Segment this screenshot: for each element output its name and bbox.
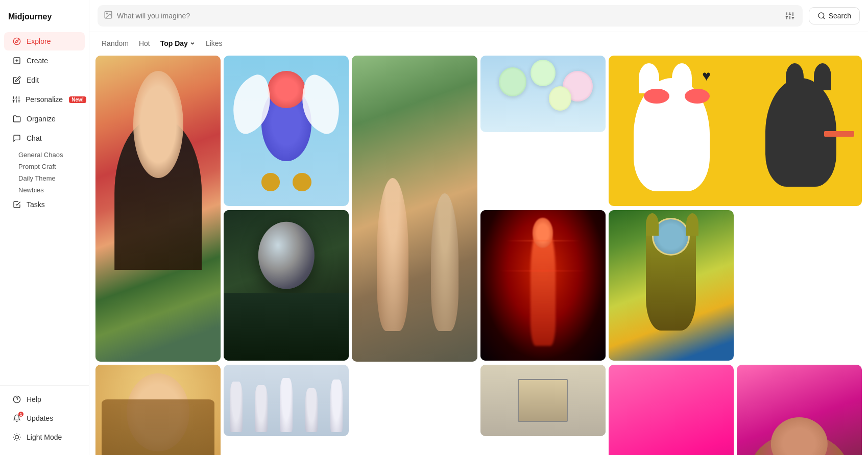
svg-line-19: [14, 435, 15, 435]
svg-point-16: [15, 436, 19, 439]
edit-icon: [12, 75, 21, 85]
gallery-item-market-dolls[interactable]: [352, 56, 477, 362]
sidebar: Midjourney Explore Create Edit Personali…: [0, 0, 89, 455]
image-icon: [104, 10, 113, 21]
sidebar-item-create[interactable]: Create: [4, 52, 85, 70]
sidebar-item-organize-label: Organize: [27, 115, 56, 123]
sidebar-chat-newbies[interactable]: Newbies: [0, 183, 89, 195]
main-content: Search Random Hot Top Day Likes: [89, 0, 868, 455]
gallery-item-statues[interactable]: [224, 365, 349, 436]
sidebar-item-updates[interactable]: 1 Updates: [4, 409, 85, 427]
gallery-item-man-portrait[interactable]: [737, 365, 862, 455]
sidebar-item-help-label: Help: [27, 395, 41, 403]
sidebar-chat-general-chaos[interactable]: General Chaos: [0, 148, 89, 160]
filter-tabs: Random Hot Top Day Likes: [89, 32, 868, 54]
svg-point-0: [13, 38, 20, 44]
filter-button[interactable]: [783, 9, 797, 22]
sliders-icon: [12, 95, 20, 104]
search-button-label: Search: [829, 12, 851, 20]
tab-hot[interactable]: Hot: [135, 37, 154, 49]
svg-point-26: [106, 13, 107, 14]
tab-random[interactable]: Random: [98, 37, 133, 49]
sidebar-item-tasks-label: Tasks: [27, 200, 45, 209]
gallery-item-forest-sphere[interactable]: [224, 210, 349, 361]
tab-top-day-label: Top Day: [160, 39, 188, 47]
prompt-search-bar[interactable]: [98, 5, 803, 27]
sidebar-item-create-label: Create: [27, 57, 48, 65]
gallery-item-pink-bg[interactable]: [609, 365, 734, 455]
sidebar-chat-prompt-craft[interactable]: Prompt Craft: [0, 160, 89, 171]
sidebar-item-explore-label: Explore: [27, 37, 51, 45]
chevron-down-icon: [189, 40, 196, 46]
topbar: Search: [89, 0, 868, 32]
sidebar-item-chat[interactable]: Chat: [4, 129, 85, 147]
gallery-item-red-figure[interactable]: [480, 210, 606, 361]
sidebar-item-personalize[interactable]: Personalize New!: [4, 90, 85, 109]
app-logo: Midjourney: [0, 8, 89, 32]
gallery-item-bug-toy[interactable]: [224, 56, 349, 206]
sidebar-item-chat-label: Chat: [27, 134, 42, 142]
gallery-item-macarons[interactable]: [480, 56, 606, 132]
svg-line-20: [19, 439, 19, 440]
sidebar-item-edit-label: Edit: [27, 76, 39, 84]
message-icon: [12, 134, 21, 143]
sidebar-chat-daily-theme[interactable]: Daily Theme: [0, 171, 89, 183]
svg-line-24: [19, 435, 19, 435]
gallery: ♥: [89, 54, 868, 455]
sidebar-item-light-mode[interactable]: Light Mode: [4, 428, 85, 446]
sun-icon: [12, 433, 21, 442]
sidebar-item-updates-label: Updates: [27, 414, 53, 422]
svg-point-36: [818, 13, 824, 18]
sidebar-item-explore[interactable]: Explore: [4, 32, 85, 50]
new-badge: New!: [69, 96, 86, 103]
search-button[interactable]: Search: [809, 7, 860, 24]
gallery-item-summer-haze[interactable]: SummerHaze,: [95, 365, 221, 455]
gallery-item-cat-painting[interactable]: [609, 210, 734, 361]
gallery-item-cats-cartoon[interactable]: ♥: [609, 56, 862, 206]
sidebar-item-edit[interactable]: Edit: [4, 71, 85, 89]
svg-line-23: [14, 439, 15, 440]
sidebar-item-help[interactable]: Help: [4, 390, 85, 409]
sidebar-item-organize[interactable]: Organize: [4, 110, 85, 128]
prompt-input[interactable]: [117, 12, 779, 20]
gallery-item-tulip-girl[interactable]: [95, 56, 221, 362]
folder-icon: [12, 114, 21, 123]
sidebar-item-personalize-label: Personalize: [26, 95, 63, 104]
bell-icon: 1: [12, 414, 21, 423]
tab-top-day[interactable]: Top Day: [156, 37, 200, 49]
gallery-item-interior[interactable]: [480, 365, 606, 436]
sidebar-item-tasks[interactable]: Tasks: [4, 195, 85, 214]
check-square-icon: [12, 200, 21, 209]
sidebar-item-light-mode-label: Light Mode: [27, 433, 62, 441]
tab-likes[interactable]: Likes: [202, 37, 227, 49]
svg-marker-1: [15, 40, 18, 43]
svg-line-37: [823, 17, 825, 19]
compass-icon: [12, 37, 21, 46]
help-circle-icon: [12, 395, 21, 404]
create-icon: [12, 56, 21, 65]
